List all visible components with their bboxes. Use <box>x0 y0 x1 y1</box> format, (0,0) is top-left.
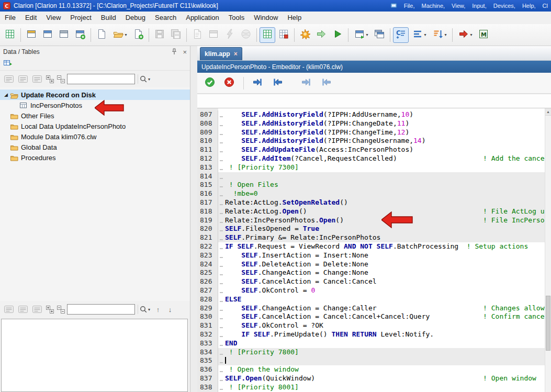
app-window-new-button[interactable] <box>72 27 88 43</box>
report-1-button[interactable] <box>189 27 205 43</box>
save-button[interactable] <box>152 27 167 43</box>
vertical-scrollbar[interactable]: ▲ <box>545 108 551 392</box>
open-file-button[interactable]: ▾ <box>110 27 130 43</box>
code-line-824[interactable]: 824 SELF.DeleteAction = Delete:None <box>197 260 545 269</box>
generate-burst-button[interactable] <box>297 27 313 43</box>
code-line-809[interactable]: 809 SELF.AddHistoryField(?IPPH:ChangeTim… <box>197 128 545 137</box>
code-line-837[interactable]: 837SELF.Open(QuickWindow) ! Open window <box>197 374 545 383</box>
scroll-up-icon[interactable]: ▲ <box>545 108 551 116</box>
module-m-button[interactable]: M <box>476 27 491 43</box>
run-red-button[interactable]: ▾ <box>455 27 475 43</box>
build-lightning-button[interactable] <box>222 27 238 43</box>
panel-button-icon-2[interactable] <box>17 74 29 84</box>
menu-build[interactable]: Build <box>96 12 121 24</box>
host-menu-view[interactable]: View, <box>452 3 465 9</box>
next-embed-point-button[interactable] <box>299 76 314 91</box>
app-window-gold-button[interactable] <box>24 27 39 43</box>
code-line-834[interactable]: 834 ! [Priority 7800] <box>197 348 545 357</box>
panel-button-icon-1[interactable] <box>3 74 15 84</box>
cancel-button[interactable] <box>222 76 237 91</box>
code-line-821[interactable]: 821SELF.Primary &= Relate:IncPersonPhoto… <box>197 233 545 242</box>
app-window-blue-button[interactable] <box>40 27 55 43</box>
view-lines-button[interactable]: ▾ <box>409 27 429 43</box>
code-line-823[interactable]: 823 SELF.InsertAction = Insert:None <box>197 251 545 260</box>
accept-button[interactable] <box>203 76 217 91</box>
tree-item-update-record-on-disk[interactable]: ◢Update Record on Disk <box>0 89 190 100</box>
menu-project[interactable]: Project <box>65 12 96 24</box>
bottom-list[interactable] <box>1 319 188 392</box>
app-window-gray-button[interactable] <box>56 27 72 43</box>
code-line-811[interactable]: 811 SELF.AddUpdateFile(Access:IncPersonP… <box>197 145 545 154</box>
code-line-829[interactable]: 829 SELF.ChangeAction = Change:Caller ! … <box>197 304 545 313</box>
tables-grid-icon[interactable] <box>3 59 13 69</box>
search-icon[interactable]: ▾ <box>138 305 151 314</box>
menu-tools[interactable]: Tools <box>224 12 249 24</box>
pin-icon[interactable] <box>170 48 178 56</box>
code-line-830[interactable]: 830 SELF.CancelAction = Cancel:Cancel+Ca… <box>197 312 545 321</box>
collapse-all-icon[interactable] <box>56 74 65 84</box>
host-menu-input[interactable]: Input, <box>472 3 487 9</box>
sort-filter-button[interactable]: ▾ <box>430 27 449 43</box>
tree-item-local-data-updateincpersonphoto[interactable]: Local Data UpdateIncPersonPhoto <box>0 121 190 131</box>
report-2-button[interactable] <box>206 27 221 43</box>
new-solution-button[interactable] <box>2 27 18 43</box>
panel-close-icon[interactable]: × <box>183 49 187 55</box>
save-all-button[interactable] <box>168 27 184 43</box>
application-generator-button[interactable] <box>276 27 291 43</box>
code-line-807[interactable]: 807 SELF.AddHistoryField(?IPPH:AddUserna… <box>197 110 545 119</box>
move-down-icon[interactable]: ↓ <box>165 306 175 313</box>
run-play-button[interactable] <box>330 27 345 43</box>
host-menu-machine[interactable]: Machine, <box>421 3 445 9</box>
code-line-836[interactable]: 836 ! Open the window <box>197 365 545 374</box>
dictionary-button[interactable] <box>260 27 275 43</box>
code-line-810[interactable]: 810 SELF.AddHistoryField(?IPPH:ChangeUse… <box>197 137 545 145</box>
tree-search-input[interactable] <box>67 74 135 84</box>
menu-edit[interactable]: Edit <box>20 12 41 24</box>
menu-window[interactable]: Window <box>249 12 283 24</box>
code-line-817[interactable]: 817Relate:ActLog.SetOpenRelated() <box>197 198 545 207</box>
code-line-819[interactable]: 819Relate:IncPersonPhotos.Open() ! File … <box>197 216 545 225</box>
tree-item-procedures[interactable]: Procedures <box>0 152 190 163</box>
next-embed-button[interactable] <box>251 76 265 91</box>
code-line-820[interactable]: 820SELF.FilesOpened = True <box>197 225 545 233</box>
tab-klim-app[interactable]: klim.app × <box>200 47 242 60</box>
code-line-815[interactable]: 815 ! Open Files <box>197 181 545 189</box>
window-next-button[interactable]: ▾ <box>351 27 371 43</box>
code-line-833[interactable]: 833END <box>197 339 545 348</box>
panel-button-icon-3[interactable] <box>31 74 43 84</box>
host-menu-file[interactable]: File, <box>404 3 415 9</box>
embed-cc-button[interactable]: C <box>393 27 409 43</box>
panel-button-icon-3[interactable] <box>31 304 43 315</box>
search-icon[interactable]: ▾ <box>138 74 151 84</box>
code-line-825[interactable]: 825 SELF.ChangeAction = Change:None <box>197 268 545 277</box>
code-line-827[interactable]: 827 SELF.OkControl = 0 <box>197 286 545 295</box>
window-copy-button[interactable] <box>372 27 387 43</box>
code-line-828[interactable]: 828ELSE <box>197 295 545 304</box>
code-line-838[interactable]: 838 ! [Priority 8001] <box>197 383 545 392</box>
menu-application[interactable]: Application <box>181 12 224 24</box>
move-up-icon[interactable]: ↑ <box>153 306 163 313</box>
menu-view[interactable]: View <box>41 12 65 24</box>
debug-ball-button[interactable] <box>238 27 254 43</box>
expand-all-icon[interactable] <box>45 305 54 314</box>
generate-run-button[interactable] <box>313 27 329 43</box>
code-editor[interactable]: 807 SELF.AddHistoryField(?IPPH:AddUserna… <box>197 108 551 392</box>
expand-all-icon[interactable] <box>45 74 54 84</box>
menu-help[interactable]: Help <box>283 12 306 24</box>
host-menu-devices[interactable]: Devices, <box>493 3 515 9</box>
code-line-812[interactable]: 812 SELF.AddItem(?Cancel,RequestCancelle… <box>197 154 545 163</box>
tree-expander-icon[interactable]: ◢ <box>2 92 10 97</box>
host-menu-help[interactable]: Help, <box>522 3 536 9</box>
code-line-826[interactable]: 826 SELF.CancelAction = Cancel:Cancel <box>197 277 545 286</box>
code-line-832[interactable]: 832 IF SELF.PrimeUpdate() THEN RETURN Le… <box>197 330 545 339</box>
scrollbar-thumb[interactable] <box>546 296 550 351</box>
tab-close-icon[interactable]: × <box>234 50 238 58</box>
embed-location-bar[interactable] <box>197 94 551 108</box>
previous-embed-button[interactable] <box>270 76 285 91</box>
code-line-831[interactable]: 831 SELF.OkControl = ?OK <box>197 321 545 330</box>
panel-splitter[interactable] <box>190 46 197 392</box>
code-line-822[interactable]: 822IF SELF.Request = ViewRecord AND NOT … <box>197 242 545 251</box>
code-line-818[interactable]: 818Relate:ActLog.Open() ! File ActLog us… <box>197 207 545 216</box>
code-line-816[interactable]: 816 !mbe=0 <box>197 189 545 198</box>
menu-debug[interactable]: Debug <box>121 12 150 24</box>
